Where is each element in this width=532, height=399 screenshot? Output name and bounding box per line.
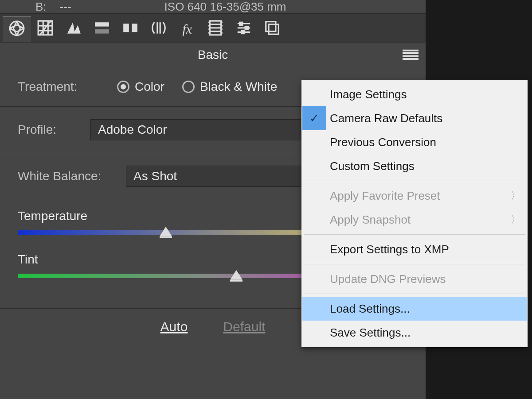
menu-item-label: Apply Favorite Preset xyxy=(330,189,440,203)
edit-tab[interactable] xyxy=(3,16,31,42)
treatment-bw-radio[interactable]: Black & White xyxy=(182,80,277,94)
treatment-radio-group: Color Black & White xyxy=(117,80,277,94)
hsl-tab[interactable] xyxy=(88,16,116,42)
panel-title-row: Basic xyxy=(0,43,426,67)
svg-rect-4 xyxy=(123,23,129,32)
b-label: B: xyxy=(35,0,47,13)
svg-rect-10 xyxy=(266,21,276,31)
svg-rect-5 xyxy=(132,23,137,32)
tool-tabs: fx xyxy=(0,13,426,43)
menu-item-label: Camera Raw Defaults xyxy=(330,112,442,125)
app-viewport: B: --- ISO 640 16-35@35 mm xyxy=(0,0,532,399)
profile-value: Adobe Color xyxy=(98,123,167,137)
white-balance-value: As Shot xyxy=(133,169,177,183)
svg-rect-8 xyxy=(245,26,248,29)
menu-separator xyxy=(304,294,525,294)
fx-icon: fx xyxy=(182,22,192,37)
menu-item-label: Image Settings xyxy=(330,88,407,101)
snapshots-tab[interactable] xyxy=(258,16,286,42)
radio-dot-icon xyxy=(182,81,195,93)
lens-icon xyxy=(150,19,167,39)
bars-icon xyxy=(94,19,110,39)
default-link: Default xyxy=(223,319,265,334)
white-balance-label: White Balance: xyxy=(18,169,115,183)
svg-rect-7 xyxy=(240,22,243,25)
radio-dot-icon xyxy=(117,81,129,93)
detail-tab[interactable] xyxy=(59,16,88,42)
svg-rect-3 xyxy=(95,29,109,34)
calibration-tab[interactable] xyxy=(201,16,230,42)
lens-corrections-tab[interactable] xyxy=(145,16,173,42)
menu-item-label: Export Settings to XMP xyxy=(330,243,449,256)
info-strip: B: --- ISO 640 16-35@35 mm xyxy=(0,0,426,13)
split-icon xyxy=(122,19,139,39)
menu-item-label: Apply Snapshot xyxy=(330,213,411,227)
menu-item-label: Update DNG Previews xyxy=(330,272,446,286)
exposure-info: ISO 640 16-35@35 mm xyxy=(164,0,286,13)
menu-item-label: Previous Conversion xyxy=(330,136,436,149)
panel-title: Basic xyxy=(198,48,228,62)
menu-item-label: Save Settings... xyxy=(330,326,411,340)
submenu-arrow-icon: 〉 xyxy=(511,213,520,226)
tone-curve-tab[interactable] xyxy=(31,16,59,42)
svg-rect-9 xyxy=(242,31,244,33)
menu-image-settings[interactable]: Image Settings xyxy=(302,82,527,106)
check-icon: ✓ xyxy=(302,106,326,130)
split-toning-tab[interactable] xyxy=(116,16,145,42)
check-icon xyxy=(302,154,326,178)
menu-apply-favorite-preset: Apply Favorite Preset 〉 xyxy=(302,184,527,208)
svg-rect-11 xyxy=(269,24,278,34)
panel-menu-button[interactable] xyxy=(403,50,419,60)
menu-item-label: Load Settings... xyxy=(330,302,410,316)
panel-context-menu: Image Settings ✓ Camera Raw Defaults Pre… xyxy=(301,80,528,347)
b-value: --- xyxy=(60,0,71,13)
menu-separator xyxy=(304,181,525,181)
check-icon xyxy=(302,82,326,106)
grid-icon xyxy=(37,19,54,39)
profile-label: Profile: xyxy=(18,123,80,137)
submenu-arrow-icon: 〉 xyxy=(511,189,520,202)
auto-link[interactable]: Auto xyxy=(160,319,188,334)
svg-rect-2 xyxy=(95,22,109,27)
treatment-color-label: Color xyxy=(135,80,164,94)
sliders-icon xyxy=(235,19,252,39)
stack-icon xyxy=(264,19,281,39)
tint-thumb[interactable] xyxy=(230,270,243,280)
svg-point-0 xyxy=(10,21,24,35)
presets-tab[interactable] xyxy=(230,16,258,42)
menu-camera-raw-defaults[interactable]: ✓ Camera Raw Defaults xyxy=(302,106,527,130)
effects-tab[interactable]: fx xyxy=(173,16,201,42)
treatment-color-radio[interactable]: Color xyxy=(117,80,164,94)
menu-separator xyxy=(304,264,525,264)
menu-save-settings[interactable]: Save Settings... xyxy=(302,321,527,345)
menu-item-label: Custom Settings xyxy=(330,159,415,173)
treatment-label: Treatment: xyxy=(18,80,80,94)
menu-update-dng-previews: Update DNG Previews xyxy=(302,267,527,291)
treatment-bw-label: Black & White xyxy=(200,80,277,94)
triangles-icon xyxy=(65,19,82,39)
menu-separator xyxy=(304,234,525,235)
menu-previous-conversion[interactable]: Previous Conversion xyxy=(302,130,527,154)
menu-custom-settings[interactable]: Custom Settings xyxy=(302,154,527,178)
check-icon xyxy=(302,130,326,154)
menu-load-settings[interactable]: Load Settings... xyxy=(302,297,527,321)
menu-apply-snapshot: Apply Snapshot 〉 xyxy=(302,208,527,232)
filmstrip-icon xyxy=(207,19,224,39)
menu-export-xmp[interactable]: Export Settings to XMP xyxy=(302,237,527,261)
temperature-thumb[interactable] xyxy=(160,227,172,236)
aperture-icon xyxy=(8,20,25,40)
